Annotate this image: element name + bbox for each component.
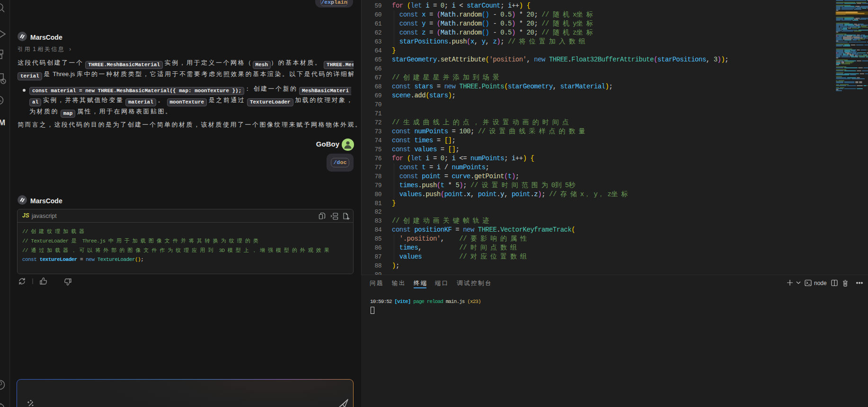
svg-text:node: node	[814, 280, 827, 286]
svg-text:M: M	[0, 118, 5, 127]
